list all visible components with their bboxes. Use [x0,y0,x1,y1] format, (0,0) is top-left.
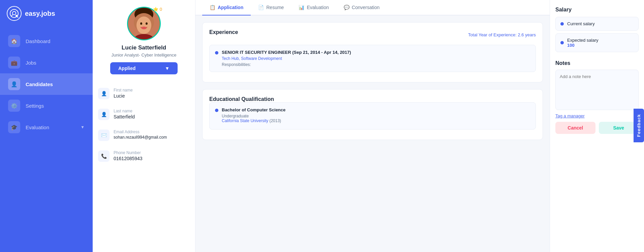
save-button[interactable]: Save [599,122,639,134]
education-item-bullet: Bachelor of Computer Science Undergradua… [215,107,530,124]
total-years-value: 2.6 years [518,32,536,37]
tab-evaluation[interactable]: 📊 Evaluation [291,0,336,15]
expected-salary-content: Expected salary 100 [567,38,599,48]
experience-header: Experience Total Year of Experience: 2.6… [209,29,536,40]
logo-text: easy.jobs [25,10,55,17]
tab-resume[interactable]: 📄 Resume [251,0,291,15]
current-salary-card: Current salary [555,17,639,31]
sidebar-item-jobs[interactable]: 💼 Jobs [0,52,93,73]
chevron-down-icon: ▼ [165,66,170,71]
phone-value: 01612085943 [114,156,143,161]
sidebar-label-settings: Settings [26,103,44,109]
notes-section: Notes Tag a manager Cancel Save [555,60,639,134]
field-row-phone: 📞 Phone Number 01612085943 [98,148,190,165]
lastname-label: Last name [114,109,135,113]
application-tab-icon: 📋 [210,5,215,10]
salary-dot-expected [560,41,564,44]
sidebar-label-dashboard: Dashboard [26,38,50,44]
profile-title: Junior Analyst- Cyber Intelligence [112,52,177,58]
experience-item-bullet: SENIOR IT SECURITY ENGINEER (Sep 21, 201… [215,50,530,67]
notes-textarea[interactable] [555,70,639,110]
field-content-phone: Phone Number 01612085943 [114,150,143,161]
star-badge: ⭐ 0 [153,7,162,12]
bullet-icon [215,51,218,55]
experience-title: Experience [209,29,238,35]
svg-line-4 [17,16,18,17]
avatar [127,7,161,40]
evaluation-icon: 🎓 [8,121,20,133]
sidebar-item-settings[interactable]: ⚙️ Settings [0,95,93,116]
svg-point-1 [12,11,16,15]
experience-section: Experience Total Year of Experience: 2.6… [202,22,543,82]
phone-label: Phone Number [114,150,143,155]
sidebar: easy.jobs 🏠 Dashboard 💼 Jobs 👤 Candidate… [0,0,93,252]
tab-conversation[interactable]: 💬 Conversation [336,0,387,15]
avatar-wrapper: ⭐ 0 [127,7,161,40]
sidebar-label-evaluation: Evaluation [26,124,49,130]
feedback-panel: Feedback [634,109,644,144]
education-section: Educational Qualification Bachelor of Co… [202,89,543,140]
profile-fields: 👤 First name Lucie 👤 Last name Satterfie… [98,85,190,165]
salary-section: Salary Current salary Expected salary 10… [555,7,639,55]
logo[interactable]: easy.jobs [0,0,93,27]
svg-line-2 [11,14,13,16]
edu-degree: Bachelor of Computer Science [222,107,285,112]
education-title: Educational Qualification [209,96,274,102]
status-label: Applied [118,66,135,71]
svg-point-10 [146,23,148,25]
expected-salary-value: 100 [567,43,599,48]
field-row-firstname: 👤 First name Lucie [98,85,190,102]
notes-actions: Cancel Save [555,122,639,134]
sidebar-item-candidates[interactable]: 👤 Candidates [0,73,93,95]
profile-panel: ⭐ 0 Lucie Satterfield Junior Analyst- Cy… [93,0,195,252]
sidebar-item-evaluation[interactable]: 🎓 Evaluation ▼ [0,116,93,138]
svg-point-9 [140,23,142,25]
main-content: ⭐ 0 Lucie Satterfield Junior Analyst- Cy… [93,0,644,252]
person-icon-2: 👤 [98,109,110,120]
right-panel: Salary Current salary Expected salary 10… [550,0,644,252]
status-button[interactable]: Applied ▼ [110,62,178,74]
sidebar-label-jobs: Jobs [26,60,36,66]
tab-conversation-label: Conversation [352,5,380,10]
tab-content: Experience Total Year of Experience: 2.6… [195,15,550,252]
exp-title: SENIOR IT SECURITY ENGINEER (Sep 21, 201… [222,50,351,55]
salary-dot-current [560,22,564,26]
experience-item: SENIOR IT SECURITY ENGINEER (Sep 21, 201… [209,45,536,72]
tab-resume-label: Resume [266,5,284,10]
svg-point-8 [136,16,151,34]
cancel-button[interactable]: Cancel [555,122,595,134]
exp-subtitle: Tech Hub, Software Development [222,56,351,61]
experience-details: SENIOR IT SECURITY ENGINEER (Sep 21, 201… [222,50,351,67]
evaluation-tab-icon: 📊 [299,5,304,10]
sidebar-label-candidates: Candidates [26,81,53,87]
tag-manager-link[interactable]: Tag a manager [555,113,639,118]
education-item: Bachelor of Computer Science Undergradua… [209,102,536,130]
svg-point-11 [141,27,147,29]
firstname-value: Lucie [114,93,133,99]
home-icon: 🏠 [8,35,20,47]
logo-icon [7,6,22,21]
expected-salary-card: Expected salary 100 [555,33,639,52]
edu-institution: California State University (2013) [222,118,285,123]
field-row-lastname: 👤 Last name Satterfield [98,106,190,123]
detail-panel: 📋 Application 📄 Resume 📊 Evaluation 💬 Co… [195,0,550,252]
tab-application[interactable]: 📋 Application [202,0,251,15]
expected-salary-label: Expected salary [567,38,599,43]
jobs-icon: 💼 [8,57,20,69]
sidebar-item-dashboard[interactable]: 🏠 Dashboard [0,30,93,52]
person-icon: 👤 [98,88,110,99]
salary-title: Salary [555,7,639,13]
edu-level: Undergraduate [222,114,285,118]
chevron-down-icon: ▼ [81,125,85,130]
field-row-email: ✉️ Email Address sohan.rezaull994@gmail.… [98,127,190,144]
profile-name: Lucie Satterfield [122,44,166,51]
feedback-button[interactable]: Feedback [634,109,644,142]
email-label: Email Address [114,130,167,134]
edu-bullet-icon [215,109,218,112]
experience-years: Total Year of Experience: 2.6 years [468,32,536,37]
education-details: Bachelor of Computer Science Undergradua… [222,107,285,124]
current-salary-label: Current salary [567,21,595,26]
conversation-tab-icon: 💬 [344,5,349,10]
tab-application-label: Application [218,5,243,10]
lastname-value: Satterfield [114,114,135,119]
